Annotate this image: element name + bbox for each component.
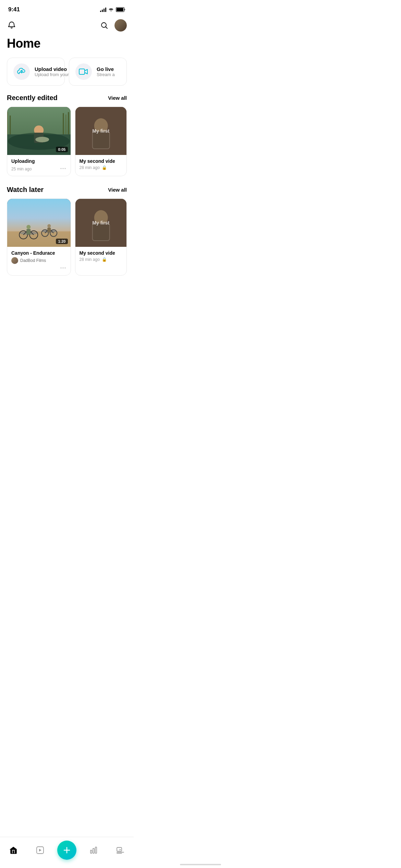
- uploading-time: 25 min ago: [11, 167, 32, 171]
- lock-icon: 🔒: [102, 165, 107, 170]
- header: [0, 16, 134, 34]
- bike-meta: ···: [11, 265, 66, 272]
- watch-later-row: 1:20 Canyon - Endurace DadBod Films ···: [0, 198, 134, 276]
- svg-rect-19: [92, 132, 109, 149]
- go-live-card-title: Go live: [97, 66, 115, 72]
- svg-rect-9: [10, 116, 11, 134]
- go-live-card-text: Go live Stream a: [97, 66, 115, 77]
- my-second-video-card[interactable]: My first My second vide 28 min ago 🔒: [75, 107, 127, 176]
- bike-thumbnail: 1:20: [7, 199, 71, 247]
- upload-video-card[interactable]: Upload video Upload from your device: [7, 58, 65, 86]
- go-live-card[interactable]: Go live Stream a: [69, 58, 127, 86]
- wifi-icon: [108, 8, 114, 12]
- recently-edited-row: 0:05 Uploading 25 min ago ···: [0, 107, 134, 176]
- svg-rect-31: [26, 229, 31, 234]
- upload-card-subtitle: Upload from your device: [35, 72, 58, 77]
- uploading-meta: 25 min ago ···: [11, 165, 66, 172]
- bike-more-button[interactable]: ···: [60, 265, 66, 272]
- svg-rect-1: [117, 8, 123, 11]
- recently-edited-title: Recently edited: [7, 94, 58, 102]
- uploading-thumbnail: 0:05: [7, 107, 71, 155]
- second-video-thumbnail: My first: [75, 107, 127, 155]
- action-cards: Upload video Upload from your device Go …: [0, 58, 134, 94]
- second-video-meta-left: 28 min ago 🔒: [80, 165, 107, 170]
- watch-later-title: Watch later: [7, 186, 44, 194]
- header-actions: [99, 19, 127, 32]
- uploading-duration: 0:05: [56, 147, 68, 152]
- bike-author: DadBod Films: [11, 257, 66, 264]
- second-video-title: My second vide: [80, 158, 123, 164]
- second-video-time: 28 min ago: [80, 165, 100, 170]
- watch-later-second-meta: 28 min ago 🔒: [80, 257, 123, 262]
- watch-later-second-time: 28 min ago: [80, 257, 100, 262]
- bike-duration: 1:20: [56, 239, 68, 244]
- canyon-endurace-card[interactable]: 1:20 Canyon - Endurace DadBod Films ···: [7, 198, 71, 276]
- svg-rect-41: [92, 224, 109, 241]
- watch-later-second-info: My second vide 28 min ago 🔒: [75, 247, 127, 265]
- svg-point-30: [26, 225, 31, 229]
- uploading-info: Uploading 25 min ago ···: [7, 155, 71, 176]
- go-live-card-subtitle: Stream a: [97, 72, 115, 77]
- search-button[interactable]: [99, 21, 109, 30]
- svg-rect-11: [65, 114, 66, 134]
- svg-point-15: [35, 137, 49, 142]
- uploading-video-card[interactable]: 0:05 Uploading 25 min ago ···: [7, 107, 71, 176]
- author-avatar-icon: [11, 257, 18, 264]
- watch-later-second-overlay: My first: [92, 220, 109, 226]
- svg-rect-10: [63, 113, 64, 134]
- battery-icon: [116, 7, 125, 12]
- second-video-overlay-text: My first: [92, 128, 109, 134]
- status-time: 9:41: [8, 6, 20, 13]
- upload-card-title: Upload video: [35, 66, 58, 72]
- svg-rect-3: [79, 69, 85, 74]
- watch-later-second-meta-left: 28 min ago 🔒: [80, 257, 107, 262]
- status-bar: 9:41: [0, 0, 134, 16]
- user-avatar[interactable]: [114, 19, 127, 32]
- watch-later-view-all[interactable]: View all: [108, 187, 127, 193]
- upload-card-text: Upload video Upload from your device: [35, 66, 58, 77]
- author-name: DadBod Films: [20, 258, 46, 263]
- svg-rect-8: [7, 112, 8, 134]
- svg-rect-37: [47, 228, 51, 232]
- svg-rect-12: [68, 112, 69, 134]
- second-video-meta: 28 min ago 🔒: [80, 165, 123, 170]
- bike-title: Canyon - Endurace: [11, 250, 66, 256]
- second-video-info: My second vide 28 min ago 🔒: [75, 155, 127, 173]
- watch-later-header: Watch later View all: [0, 186, 134, 198]
- watch-later-lock-icon: 🔒: [102, 257, 107, 262]
- upload-cloud-icon: [13, 63, 30, 80]
- recently-edited-header: Recently edited View all: [0, 94, 134, 107]
- uploading-more-button[interactable]: ···: [60, 165, 66, 172]
- status-icons: [100, 7, 125, 12]
- signal-icon: [100, 7, 106, 12]
- watch-later-second-title: My second vide: [80, 250, 123, 256]
- watch-later-second-card[interactable]: My first My second vide 28 min ago 🔒: [75, 198, 127, 276]
- recently-edited-view-all[interactable]: View all: [108, 95, 127, 101]
- svg-point-36: [47, 224, 51, 228]
- page-title: Home: [0, 34, 134, 58]
- uploading-title: Uploading: [11, 158, 66, 164]
- video-camera-icon: [75, 63, 92, 80]
- watch-later-second-thumbnail: My first: [75, 199, 127, 247]
- bike-info: Canyon - Endurace DadBod Films ···: [7, 247, 71, 275]
- bell-icon[interactable]: [7, 21, 16, 30]
